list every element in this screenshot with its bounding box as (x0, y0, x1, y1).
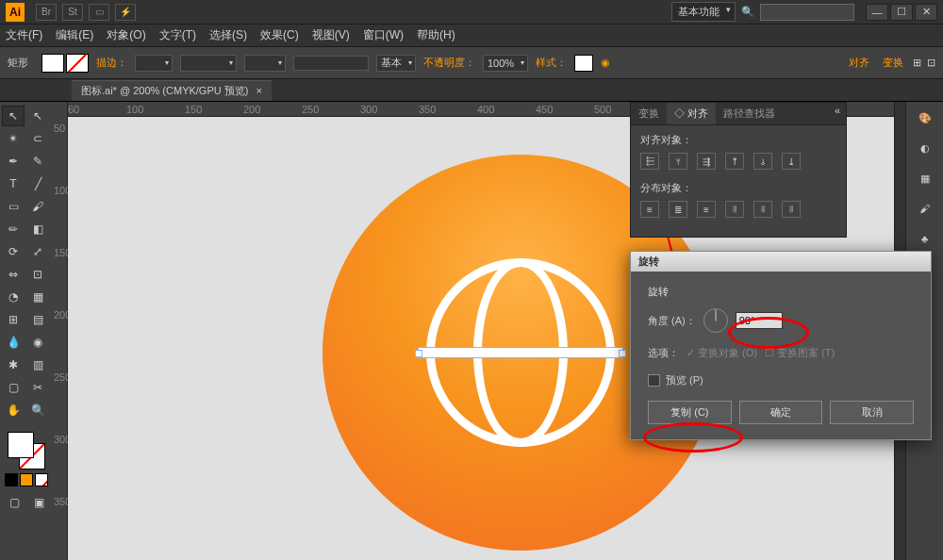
menu-type[interactable]: 文字(T) (159, 27, 196, 43)
zoom-tool[interactable]: 🔍 (26, 400, 49, 420)
curvature-tool[interactable]: ✎ (26, 151, 49, 172)
stroke-swatch[interactable] (66, 54, 89, 73)
opacity-input[interactable]: 100% (483, 55, 528, 72)
dialog-title[interactable]: 旋转 (631, 252, 931, 272)
tab-pathfinder[interactable]: 路径查找器 (716, 103, 783, 124)
selection-tool[interactable]: ↖ (2, 106, 25, 126)
selected-rectangle[interactable] (418, 347, 623, 358)
type-tool[interactable]: T (2, 173, 25, 194)
color-mode-none[interactable] (35, 473, 48, 486)
align-right-icon[interactable]: ⇶ (697, 153, 716, 170)
distribute-bottom-icon[interactable]: ≡ (697, 201, 716, 218)
brush-dropdown[interactable] (244, 55, 286, 72)
isolate-icon[interactable]: ⊞ (913, 57, 921, 69)
angle-dial[interactable] (703, 308, 728, 333)
slice-tool[interactable]: ✂ (26, 377, 49, 398)
preview-checkbox[interactable] (648, 374, 660, 387)
line-tool[interactable]: ╱ (26, 173, 49, 194)
width-tool[interactable]: ⇔ (2, 264, 25, 285)
menu-file[interactable]: 文件(F) (6, 27, 42, 43)
more-icon[interactable]: ⊡ (927, 57, 935, 69)
eraser-tool[interactable]: ◧ (26, 219, 49, 239)
menu-object[interactable]: 对象(O) (107, 27, 145, 43)
align-top-icon[interactable]: ⤒ (725, 153, 744, 170)
eyedropper-tool[interactable]: 💧 (2, 332, 25, 353)
brushes-panel-icon[interactable]: 🖌 (915, 198, 935, 219)
menu-effect[interactable]: 效果(C) (260, 27, 299, 43)
blend-tool[interactable]: ◉ (26, 332, 49, 353)
brush-tool[interactable]: 🖌 (26, 196, 49, 217)
menu-edit[interactable]: 编辑(E) (56, 27, 93, 43)
magic-wand-tool[interactable]: ✴ (2, 128, 25, 149)
screen-mode-normal[interactable]: ▢ (3, 492, 25, 513)
menu-select[interactable]: 选择(S) (209, 27, 247, 43)
swatches-panel-icon[interactable]: ▦ (915, 168, 935, 189)
stroke-width-profile[interactable] (180, 55, 237, 72)
stroke-weight-dropdown[interactable] (135, 55, 173, 72)
tab-align[interactable]: ◇ 对齐 (667, 103, 716, 124)
gpu-button[interactable]: ⚡ (115, 4, 136, 21)
menu-help[interactable]: 帮助(H) (417, 27, 455, 43)
maximize-button[interactable]: ☐ (890, 4, 913, 21)
tab-close-icon[interactable]: × (256, 85, 261, 96)
align-bottom-icon[interactable]: ⤓ (782, 153, 801, 170)
gradient-tool[interactable]: ▤ (26, 309, 49, 330)
search-input[interactable] (760, 4, 854, 21)
align-left-icon[interactable]: ⬱ (640, 153, 659, 170)
angle-input[interactable] (736, 312, 783, 329)
scale-tool[interactable]: ⤢ (26, 241, 49, 262)
bridge-button[interactable]: Br (36, 4, 57, 21)
rotate-tool[interactable]: ⟳ (2, 241, 25, 262)
fill-swatch[interactable] (41, 54, 64, 73)
arrange-button[interactable]: ▭ (89, 4, 109, 21)
panel-collapse-icon[interactable]: « (829, 103, 846, 124)
graph-tool[interactable]: ▥ (26, 354, 49, 375)
distribute-right-icon[interactable]: ⦀ (782, 201, 801, 218)
menu-window[interactable]: 窗口(W) (363, 27, 404, 43)
tab-transform[interactable]: 变换 (631, 103, 667, 124)
opt-transform-patterns[interactable]: 变换图案 (T) (777, 347, 835, 358)
color-mode-gradient[interactable] (20, 473, 33, 486)
stroke-style-preview[interactable] (293, 56, 369, 71)
cancel-button[interactable]: 取消 (830, 401, 914, 424)
workspace-dropdown[interactable]: 基本功能 (671, 2, 736, 22)
distribute-vcenter-icon[interactable]: ≣ (669, 201, 687, 218)
color-panel-icon[interactable]: 🎨 (915, 107, 935, 128)
align-hcenter-icon[interactable]: ⫯ (669, 153, 687, 170)
style-swatch[interactable] (574, 55, 593, 72)
stock-button[interactable]: St (62, 4, 83, 21)
color-guide-icon[interactable]: ◐ (915, 138, 935, 158)
shape-builder-tool[interactable]: ◔ (2, 287, 25, 307)
transform-link[interactable]: 变换 (879, 54, 907, 72)
align-vcenter-icon[interactable]: ⫰ (753, 153, 772, 170)
recolor-icon[interactable]: ◉ (601, 57, 610, 69)
pencil-tool[interactable]: ✏ (2, 219, 25, 239)
lasso-tool[interactable]: ⊂ (26, 128, 49, 149)
close-button[interactable]: ✕ (915, 4, 937, 21)
profile-dropdown[interactable]: 基本 (376, 55, 416, 72)
document-tab[interactable]: 图标.ai* @ 200% (CMYK/GPU 预览) × (72, 80, 272, 101)
globe-icon (417, 249, 624, 456)
color-mode-solid[interactable] (5, 473, 18, 486)
ok-button[interactable]: 确定 (739, 401, 823, 424)
minimize-button[interactable]: — (866, 4, 888, 21)
menu-view[interactable]: 视图(V) (312, 27, 350, 43)
screen-mode-full[interactable]: ▣ (27, 492, 50, 513)
hand-tool[interactable]: ✋ (2, 400, 25, 420)
mesh-tool[interactable]: ⊞ (2, 309, 25, 330)
opt-transform-objects[interactable]: 变换对象 (O) (698, 347, 757, 358)
distribute-top-icon[interactable]: ≡ (640, 201, 659, 218)
direct-select-tool[interactable]: ↖ (26, 106, 49, 126)
free-transform-tool[interactable]: ⊡ (26, 264, 49, 285)
artboard-tool[interactable]: ▢ (2, 377, 25, 398)
pen-tool[interactable]: ✒ (2, 151, 25, 172)
copy-button[interactable]: 复制 (C) (648, 401, 732, 424)
distribute-hcenter-icon[interactable]: ⦀ (753, 201, 772, 218)
perspective-tool[interactable]: ▦ (26, 287, 49, 307)
fill-stroke-indicator[interactable] (8, 432, 45, 469)
symbol-sprayer-tool[interactable]: ✱ (2, 354, 25, 375)
distribute-left-icon[interactable]: ⦀ (725, 201, 744, 218)
symbols-panel-icon[interactable]: ♣ (915, 228, 935, 249)
align-link[interactable]: 对齐 (845, 54, 873, 72)
rectangle-tool[interactable]: ▭ (2, 196, 25, 217)
